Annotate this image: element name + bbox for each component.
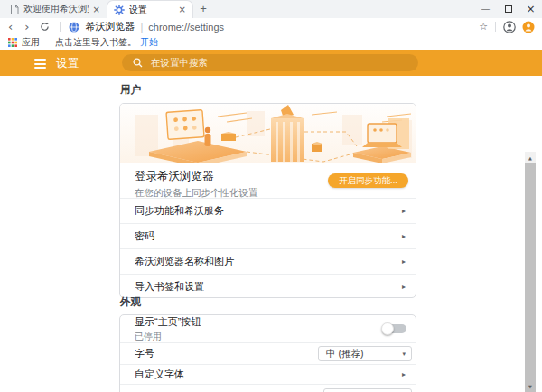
scrollbar-thumb[interactable]: [525, 163, 536, 392]
turn-on-sync-button[interactable]: 开启同步功能...: [328, 173, 408, 188]
site-name: 希沃浏览器: [85, 20, 135, 33]
new-tab-button[interactable]: +: [193, 0, 213, 18]
bookmark-star-icon[interactable]: ☆: [479, 22, 488, 32]
row-label: 显示“主页”按钮: [135, 315, 201, 329]
row-label: 字号: [135, 347, 154, 360]
window-controls: — ×: [474, 0, 542, 18]
apps-shortcut[interactable]: 应用: [22, 36, 40, 49]
signin-row: 登录希沃浏览器 在您的设备上同步个性化设置 开启同步功能...: [120, 163, 416, 198]
chevron-down-icon: ▾: [402, 350, 406, 358]
chevron-right-icon: ▸: [402, 257, 406, 266]
tab-settings[interactable]: 设置 ×: [107, 0, 193, 18]
page-title: 设置: [56, 56, 79, 71]
chevron-right-icon: ▸: [402, 283, 406, 291]
chevron-right-icon: ▸: [402, 370, 406, 378]
apps-grid-icon[interactable]: [8, 38, 17, 47]
partial-select[interactable]: [323, 388, 412, 392]
import-start-link[interactable]: 开始: [140, 36, 158, 49]
row-label: 密码: [135, 229, 154, 243]
settings-search-input[interactable]: 在设置中搜索: [122, 54, 418, 71]
row-passwords[interactable]: 密码 ▸: [120, 223, 416, 248]
window-maximize-button[interactable]: [497, 0, 519, 18]
tab-strip: 欢迎使用希沃浏览器 × 设置 × + — ×: [0, 0, 542, 18]
tab-close-icon[interactable]: ×: [179, 5, 186, 14]
menu-icon[interactable]: [34, 59, 46, 69]
chevron-right-icon: ▸: [402, 207, 406, 215]
search-placeholder: 在设置中搜索: [151, 57, 208, 70]
row-partial: [120, 384, 416, 392]
forward-icon[interactable]: ›: [24, 21, 29, 33]
section-heading-appearance: 外观: [120, 295, 141, 309]
select-value: 中 (推荐): [326, 348, 363, 360]
settings-content: 用户: [0, 76, 542, 392]
user-section-card: 登录希沃浏览器 在您的设备上同步个性化设置 开启同步功能... 同步功能和希沃服…: [119, 103, 416, 298]
scrollbar[interactable]: ▲ ▼: [525, 152, 536, 392]
row-browser-name-picture[interactable]: 希沃浏览器名称和图片 ▸: [120, 248, 416, 274]
scroll-up-icon[interactable]: ▲: [525, 152, 536, 163]
settings-header: 设置 在设置中搜索: [0, 50, 542, 76]
avatar[interactable]: [522, 21, 535, 33]
row-custom-fonts[interactable]: 自定义字体 ▸: [120, 364, 416, 384]
section-heading-user: 用户: [120, 83, 141, 97]
url-text[interactable]: chrome://settings: [148, 22, 224, 33]
signin-subtitle: 在您的设备上同步个性化设置: [135, 187, 401, 200]
row-label: 导入书签和设置: [135, 280, 204, 294]
row-label: 同步功能和希沃服务: [135, 204, 224, 218]
tab-welcome[interactable]: 欢迎使用希沃浏览器 ×: [4, 0, 107, 18]
search-icon: [133, 58, 143, 68]
window-minimize-button[interactable]: —: [474, 0, 497, 18]
window-close-button[interactable]: ×: [519, 0, 542, 18]
chevron-right-icon: ▸: [402, 232, 406, 240]
scroll-down-icon[interactable]: ▼: [525, 380, 536, 392]
bookmarks-bar: 应用 点击这里导入书签。 开始: [0, 35, 542, 50]
tab-label: 欢迎使用希沃浏览器: [23, 3, 89, 15]
gear-icon: [114, 5, 125, 15]
home-button-toggle[interactable]: [383, 324, 406, 333]
page-icon: [10, 5, 19, 14]
row-show-home-button: 显示“主页”按钮 已停用: [120, 315, 416, 342]
navigation-bar: ‹ › 希沃浏览器 | chrome://settings ☆: [0, 18, 542, 35]
toggle-knob: [381, 322, 394, 335]
import-bookmarks-hint: 点击这里导入书签。: [55, 36, 136, 49]
tab-label: 设置: [129, 4, 175, 16]
font-size-select[interactable]: 中 (推荐) ▾: [318, 346, 412, 361]
url-divider: |: [140, 22, 143, 33]
site-globe-icon: [69, 22, 79, 33]
row-font-size: 字号 中 (推荐) ▾: [120, 342, 416, 364]
tab-close-icon[interactable]: ×: [93, 5, 100, 14]
row-import-bookmarks[interactable]: 导入书签和设置 ▸: [120, 274, 416, 298]
sync-illustration: [120, 104, 416, 163]
row-sync-services[interactable]: 同步功能和希沃服务 ▸: [120, 198, 416, 223]
appearance-section-card: 显示“主页”按钮 已停用 字号 中 (推荐) ▾ 自定义字体 ▸: [119, 314, 416, 392]
row-status: 已停用: [135, 331, 201, 343]
row-label: 希沃浏览器名称和图片: [135, 255, 234, 268]
row-label: 自定义字体: [135, 368, 184, 381]
divider: [495, 22, 496, 32]
divider: [60, 22, 61, 32]
profile-icon[interactable]: [503, 21, 516, 33]
back-icon[interactable]: ‹: [8, 21, 13, 33]
reload-icon[interactable]: [40, 22, 50, 32]
